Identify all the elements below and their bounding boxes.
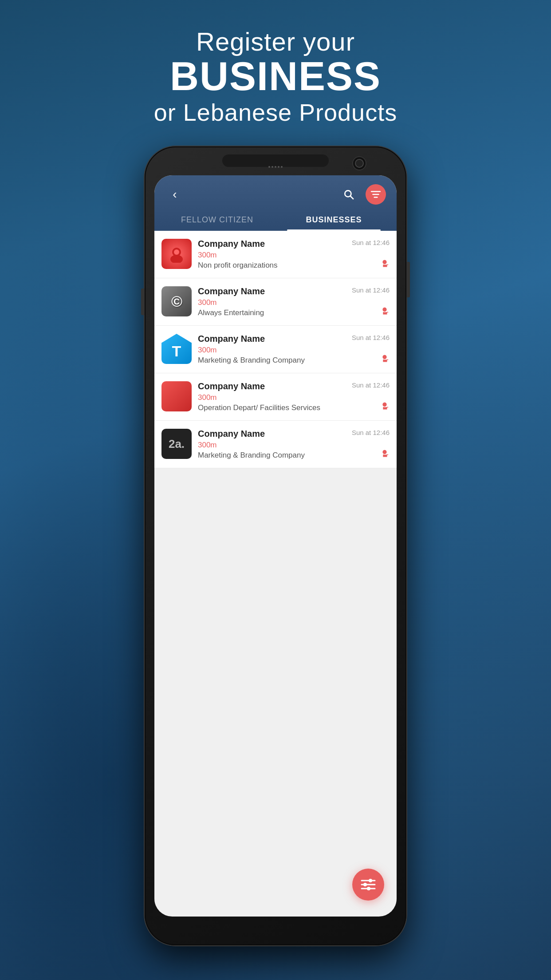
header-line1: Register your xyxy=(0,27,551,56)
company-logo: T xyxy=(161,334,192,364)
phone-screen: ‹ xyxy=(154,175,397,917)
name-row: Company Name Sun at 12:46 xyxy=(198,429,390,439)
header-line3: or Lebanese Products xyxy=(0,99,551,126)
tab-businesses[interactable]: BUSINESSES xyxy=(276,209,392,231)
earpiece xyxy=(222,154,329,167)
front-camera xyxy=(352,156,366,170)
company-info: Company Name Sun at 12:46 300m Marketing… xyxy=(198,334,390,365)
timestamp: Sun at 12:46 xyxy=(352,381,390,389)
distance: 300m xyxy=(198,251,390,260)
business-item[interactable]: 2a. Company Name Sun at 12:46 300m Marke… xyxy=(154,421,397,468)
business-item[interactable]: T Company Name Sun at 12:46 300m Marketi… xyxy=(154,326,397,373)
header-line2: BUSINESS xyxy=(0,56,551,96)
name-row: Company Name Sun at 12:46 xyxy=(198,334,390,344)
volume-button xyxy=(141,288,145,315)
back-button[interactable]: ‹ xyxy=(165,185,185,204)
company-name: Company Name xyxy=(198,286,265,296)
description: Marketing & Branding Company xyxy=(198,356,390,365)
name-row: Company Name Sun at 12:46 xyxy=(198,286,390,296)
business-item[interactable]: Company Name Sun at 12:46 300m Operation… xyxy=(154,373,397,421)
company-name: Company Name xyxy=(198,381,265,391)
phone-mockup: ‹ xyxy=(145,146,406,945)
description: Operation Depart/ Facilities Services xyxy=(198,403,390,412)
svg-point-0 xyxy=(345,190,351,197)
business-item[interactable]: Company Name Sun at 12:46 300m Non profi… xyxy=(154,231,397,278)
company-info: Company Name Sun at 12:46 300m Always En… xyxy=(198,286,390,317)
name-row: Company Name Sun at 12:46 xyxy=(198,239,390,249)
svg-point-9 xyxy=(369,879,372,882)
company-logo: 2a. xyxy=(161,429,192,459)
timestamp: Sun at 12:46 xyxy=(352,429,390,436)
timestamp: Sun at 12:46 xyxy=(352,239,390,246)
follow-button[interactable] xyxy=(380,354,390,367)
distance: 300m xyxy=(198,346,390,355)
speaker-dots xyxy=(268,166,283,168)
power-button xyxy=(406,262,410,297)
description: Always Entertaining xyxy=(198,308,390,317)
timestamp: Sun at 12:46 xyxy=(352,334,390,341)
phone-frame: ‹ xyxy=(145,146,406,945)
company-info: Company Name Sun at 12:46 300m Marketing… xyxy=(198,429,390,460)
company-name: Company Name xyxy=(198,334,265,344)
app-header: ‹ xyxy=(154,175,397,231)
svg-line-1 xyxy=(350,196,354,199)
tab-fellow-citizen[interactable]: FELLOW CITIZEN xyxy=(159,209,276,231)
distance: 300m xyxy=(198,393,390,402)
follow-button[interactable] xyxy=(380,402,390,414)
svg-point-13 xyxy=(367,887,370,890)
fab-filter-button[interactable] xyxy=(352,869,384,901)
name-row: Company Name Sun at 12:46 xyxy=(198,381,390,391)
business-item[interactable]: © Company Name Sun at 12:46 300m Always … xyxy=(154,278,397,326)
company-logo xyxy=(161,239,192,269)
svg-point-11 xyxy=(363,883,367,886)
company-info: Company Name Sun at 12:46 300m Operation… xyxy=(198,381,390,412)
business-list: Company Name Sun at 12:46 300m Non profi… xyxy=(154,231,397,468)
follow-button[interactable] xyxy=(380,307,390,319)
company-logo: © xyxy=(161,286,192,316)
follow-button[interactable] xyxy=(380,259,390,272)
svg-point-7 xyxy=(174,249,179,255)
distance: 300m xyxy=(198,298,390,307)
company-logo xyxy=(161,381,192,411)
top-bar: ‹ xyxy=(154,175,397,209)
description: Marketing & Branding Company xyxy=(198,451,390,460)
company-name: Company Name xyxy=(198,429,265,439)
description: Non profit organizations xyxy=(198,261,390,270)
svg-point-6 xyxy=(170,255,183,263)
header-icons xyxy=(339,184,386,205)
filter-button[interactable] xyxy=(366,184,386,205)
header-section: Register your BUSINESS or Lebanese Produ… xyxy=(0,27,551,126)
timestamp: Sun at 12:46 xyxy=(352,286,390,294)
follow-button[interactable] xyxy=(380,449,390,462)
distance: 300m xyxy=(198,441,390,450)
company-info: Company Name Sun at 12:46 300m Non profi… xyxy=(198,239,390,270)
tab-bar: FELLOW CITIZEN BUSINESSES xyxy=(154,209,397,231)
search-button[interactable] xyxy=(339,185,358,204)
company-name: Company Name xyxy=(198,239,265,249)
